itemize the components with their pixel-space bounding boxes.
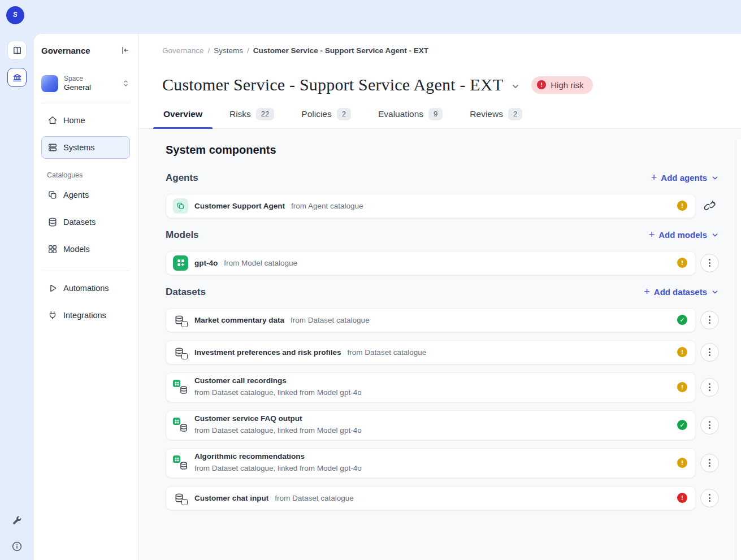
sidebar-item-datasets[interactable]: Datasets xyxy=(41,211,130,233)
row-menu-button[interactable] xyxy=(700,311,719,329)
left-rail xyxy=(0,34,34,560)
breadcrumb: Governance / Systems / Customer Service … xyxy=(162,46,718,55)
add-datasets-button[interactable]: + Add datasets xyxy=(644,287,719,297)
status-badge xyxy=(677,258,687,268)
status-badge xyxy=(677,420,687,430)
row-menu-button[interactable] xyxy=(700,489,719,507)
dataset-row: Customer service FAQ output from Dataset… xyxy=(166,410,719,440)
dataset-card[interactable]: Market commentary data from Dataset cata… xyxy=(166,308,696,332)
status-badge xyxy=(677,347,687,357)
book-icon xyxy=(12,45,23,56)
status-badge xyxy=(677,315,687,325)
status-badge xyxy=(677,458,687,468)
component-source: from Model catalogue xyxy=(224,259,297,267)
plus-icon: + xyxy=(651,172,657,183)
breadcrumb-governance[interactable]: Governance xyxy=(162,46,204,55)
datasets-title: Datasets xyxy=(166,286,206,298)
dataset-icon xyxy=(173,490,188,505)
component-source: from Dataset catalogue xyxy=(291,316,370,324)
component-source: from Dataset catalogue xyxy=(275,494,354,502)
component-name: gpt-4o xyxy=(194,259,218,267)
sidebar-item-home[interactable]: Home xyxy=(41,109,130,132)
dataset-card[interactable]: Algorithmic recommendations from Dataset… xyxy=(166,448,696,478)
dataset-card[interactable]: Customer call recordings from Dataset ca… xyxy=(166,372,696,402)
model-row: gpt-4o from Model catalogue xyxy=(166,251,719,275)
component-name: Investment preferences and risk profiles xyxy=(194,348,341,357)
rail-governance-button[interactable] xyxy=(7,68,27,87)
nav-label: Agents xyxy=(63,190,89,199)
agents-section: Agents + Add agents xyxy=(166,172,719,218)
app-logo[interactable] xyxy=(6,6,24,24)
dataset-linked-icon xyxy=(173,380,188,394)
collapse-sidebar-icon[interactable] xyxy=(120,45,130,55)
tab-evaluations[interactable]: Evaluations 9 xyxy=(377,108,444,128)
dataset-row: Customer chat input from Dataset catalog… xyxy=(166,486,719,510)
tab-reviews[interactable]: Reviews 2 xyxy=(469,108,523,128)
component-name: Customer call recordings xyxy=(194,375,362,387)
tab-overview[interactable]: Overview xyxy=(162,108,203,128)
scrollbar[interactable] xyxy=(736,140,741,560)
row-menu-button[interactable] xyxy=(700,416,719,435)
unlink-icon[interactable] xyxy=(704,200,716,212)
app-sheet: Governance Space General xyxy=(34,34,741,560)
chevron-updown-icon xyxy=(122,79,130,88)
sidebar-item-agents[interactable]: Agents xyxy=(41,184,130,206)
tab-risks[interactable]: Risks 22 xyxy=(228,108,275,128)
add-agents-button[interactable]: + Add agents xyxy=(651,173,719,183)
system-components-heading: System components xyxy=(166,144,741,157)
risk-alert-icon: ! xyxy=(537,80,546,89)
add-models-label: Add models xyxy=(658,230,707,240)
component-source: from Dataset catalogue, linked from Mode… xyxy=(194,463,362,475)
chevron-down-icon xyxy=(711,231,719,239)
model-card[interactable]: gpt-4o from Model catalogue xyxy=(166,251,696,275)
status-badge xyxy=(677,201,687,211)
dataset-card[interactable]: Customer service FAQ output from Dataset… xyxy=(166,410,696,440)
nav-label: Integrations xyxy=(63,311,106,320)
status-badge xyxy=(677,493,687,503)
plus-icon: + xyxy=(644,286,650,297)
tab-label: Evaluations xyxy=(378,109,423,119)
add-models-button[interactable]: + Add models xyxy=(649,230,719,240)
rail-library-button[interactable] xyxy=(7,41,27,60)
sidebar: Governance Space General xyxy=(34,34,138,560)
page-title: Customer Service - Support Service Agent… xyxy=(162,75,503,94)
dataset-card[interactable]: Investment preferences and risk profiles… xyxy=(166,340,696,364)
database-icon xyxy=(47,217,58,227)
space-switcher[interactable]: Space General xyxy=(41,75,130,93)
sidebar-item-models[interactable]: Models xyxy=(41,238,130,261)
add-agents-label: Add agents xyxy=(661,173,707,183)
row-menu-button[interactable] xyxy=(700,454,719,472)
tools-icon[interactable] xyxy=(11,515,23,526)
agent-row: Customer Support Agent from Agent catalo… xyxy=(166,194,719,218)
main-panel: Governance / Systems / Customer Service … xyxy=(138,34,741,560)
plus-icon: + xyxy=(649,229,655,240)
row-menu-button[interactable] xyxy=(700,343,719,362)
sidebar-item-integrations[interactable]: Integrations xyxy=(41,304,130,327)
component-name: Algorithmic recommendations xyxy=(194,451,362,463)
content-area: System components Agents + Add agents xyxy=(138,129,741,560)
tab-count-badge: 2 xyxy=(508,108,522,120)
dataset-linked-icon xyxy=(173,455,188,470)
agent-card[interactable]: Customer Support Agent from Agent catalo… xyxy=(166,194,696,218)
add-datasets-label: Add datasets xyxy=(654,287,707,297)
tab-policies[interactable]: Policies 2 xyxy=(300,108,352,128)
dataset-row: Investment preferences and risk profiles… xyxy=(166,340,719,364)
tab-count-badge: 22 xyxy=(256,108,274,120)
dataset-row: Customer call recordings from Dataset ca… xyxy=(166,372,719,402)
row-menu-button[interactable] xyxy=(700,254,719,272)
home-icon xyxy=(47,115,58,125)
grid-squares-icon xyxy=(47,244,58,254)
info-icon[interactable] xyxy=(11,541,23,552)
agents-title: Agents xyxy=(166,172,198,184)
row-menu-button[interactable] xyxy=(700,378,719,397)
divider xyxy=(41,271,130,271)
breadcrumb-systems[interactable]: Systems xyxy=(214,46,243,55)
component-name: Customer chat input xyxy=(194,494,268,502)
dataset-card[interactable]: Customer chat input from Dataset catalog… xyxy=(166,486,696,510)
tab-label: Overview xyxy=(163,109,202,119)
nav-label: Systems xyxy=(63,143,95,152)
sidebar-item-automations[interactable]: Automations xyxy=(41,277,130,299)
sidebar-item-systems[interactable]: Systems xyxy=(41,136,130,159)
component-source: from Dataset catalogue, linked from Mode… xyxy=(194,425,362,437)
chevron-down-icon[interactable] xyxy=(511,82,520,91)
